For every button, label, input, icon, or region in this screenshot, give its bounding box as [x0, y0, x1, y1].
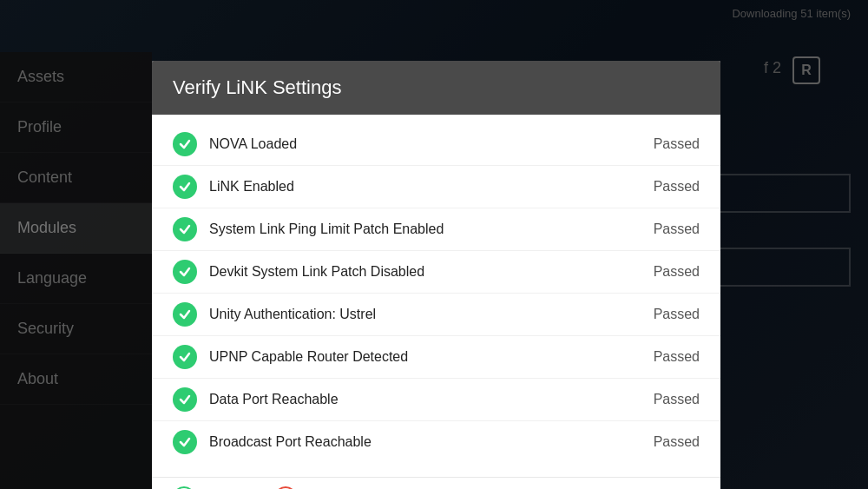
check-status-4: Passed: [639, 307, 700, 322]
check-icon-3: [173, 260, 197, 284]
check-status-6: Passed: [639, 392, 700, 407]
check-status-3: Passed: [639, 264, 700, 280]
check-label-6: Data Port Reachable: [209, 392, 639, 407]
check-icon-6: [173, 387, 197, 412]
check-row-5: UPNP Capable Router Detected Passed: [152, 336, 720, 379]
check-icon-4: [173, 302, 197, 327]
check-label-5: UPNP Capable Router Detected: [209, 349, 639, 365]
check-row-4: Unity Authentication: Ustrel Passed: [152, 294, 720, 336]
check-icon-2: [173, 217, 197, 241]
dialog-header: Verify LiNK Settings: [152, 61, 720, 115]
check-label-3: Devkit System Link Patch Disabled: [209, 264, 639, 280]
check-row-3: Devkit System Link Patch Disabled Passed: [152, 251, 720, 294]
check-label-4: Unity Authentication: Ustrel: [209, 307, 639, 322]
check-icon-5: [173, 345, 197, 369]
check-icon-0: [173, 132, 197, 156]
check-status-2: Passed: [639, 221, 700, 237]
check-icon-1: [173, 175, 197, 199]
dialog-footer: A Refresh B Back: [152, 477, 720, 489]
check-label-7: Broadcast Port Reachable: [209, 434, 639, 450]
verify-link-dialog: Verify LiNK Settings NOVA Loaded Passed …: [152, 61, 720, 489]
check-label-2: System Link Ping Limit Patch Enabled: [209, 221, 639, 237]
check-status-0: Passed: [639, 136, 700, 152]
dialog-body: NOVA Loaded Passed LiNK Enabled Passed S…: [152, 115, 720, 477]
check-status-5: Passed: [639, 349, 700, 365]
check-label-0: NOVA Loaded: [209, 136, 639, 152]
check-icon-7: [173, 430, 197, 454]
check-row-6: Data Port Reachable Passed: [152, 379, 720, 421]
check-status-7: Passed: [639, 434, 700, 450]
check-row-2: System Link Ping Limit Patch Enabled Pas…: [152, 208, 720, 251]
check-row-7: Broadcast Port Reachable Passed: [152, 421, 720, 463]
check-status-1: Passed: [639, 179, 700, 195]
dialog-title: Verify LiNK Settings: [173, 76, 700, 99]
check-row-0: NOVA Loaded Passed: [152, 123, 720, 166]
check-row-1: LiNK Enabled Passed: [152, 166, 720, 208]
check-label-1: LiNK Enabled: [209, 179, 639, 195]
